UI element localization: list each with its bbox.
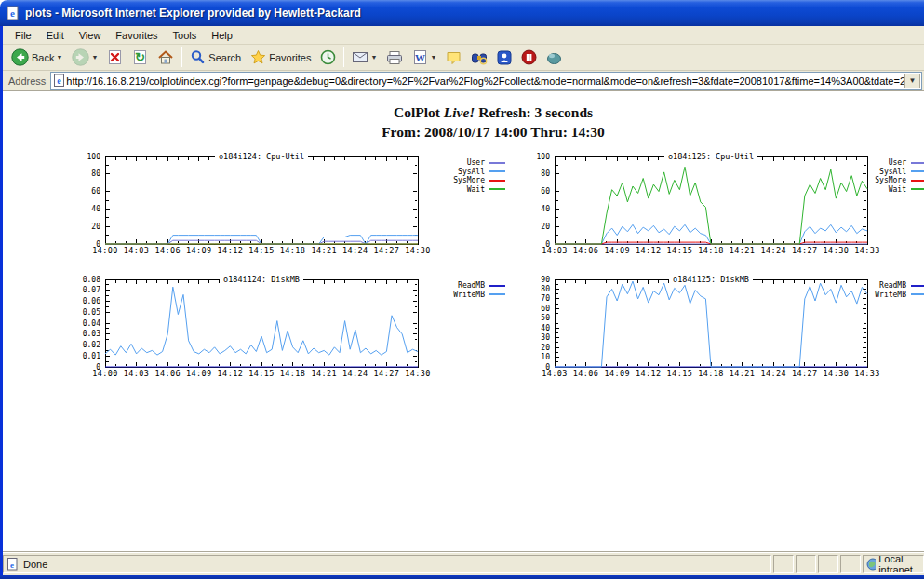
menu-file[interactable]: File: [8, 28, 38, 43]
search-label: Search: [208, 52, 241, 63]
discuss-button[interactable]: [441, 46, 466, 69]
back-label: Back: [32, 52, 54, 63]
legend-item: ReadMB: [423, 281, 505, 291]
research-button[interactable]: [466, 46, 492, 69]
svg-text:60: 60: [541, 187, 550, 196]
legend-line-swatch: [911, 188, 924, 190]
refresh-button[interactable]: ↻: [127, 46, 153, 69]
forward-icon: [72, 48, 89, 66]
status-empty-pane: [796, 555, 816, 573]
svg-text:14:30: 14:30: [405, 369, 431, 378]
svg-text:14:12: 14:12: [636, 369, 662, 378]
legend-label: ReadMB: [879, 281, 906, 290]
chart-cpu-util-o184i125: 02040608010014:0314:0614:0914:1214:1514:…: [512, 145, 884, 261]
page-favicon: e: [53, 74, 66, 88]
pause-icon: [521, 49, 537, 65]
word-edit-icon: W: [412, 49, 428, 65]
favorites-button[interactable]: Favorites: [246, 46, 315, 69]
svg-text:14:12: 14:12: [218, 246, 244, 255]
svg-text:e: e: [58, 75, 62, 86]
svg-text:14:24: 14:24: [342, 246, 368, 255]
legend-item: Wait: [423, 185, 505, 195]
svg-text:30: 30: [541, 333, 550, 342]
status-empty-pane: [773, 555, 794, 573]
svg-text:14:09: 14:09: [604, 369, 630, 378]
title-bar[interactable]: e plots - Microsoft Internet Explorer pr…: [0, 0, 924, 26]
legend-cpu-o184i125: UserSysAllSysMoreWait: [845, 158, 924, 194]
forward-button[interactable]: ▼: [67, 46, 102, 69]
svg-text:80: 80: [91, 169, 100, 178]
legend-line-swatch: [911, 285, 924, 287]
legend-label: SysAll: [458, 168, 485, 176]
legend-label: SysMore: [875, 176, 906, 184]
zone-label: Local intranet: [878, 555, 923, 573]
edit-dropdown-icon[interactable]: ▼: [430, 54, 436, 61]
history-button[interactable]: [315, 46, 341, 69]
svg-text:o184i124: DiskMB: o184i124: DiskMB: [223, 275, 300, 284]
svg-text:14:18: 14:18: [280, 246, 306, 255]
edit-with-word-button[interactable]: W ▼: [408, 46, 441, 69]
back-dropdown-icon[interactable]: ▼: [56, 54, 62, 61]
svg-text:0.08: 0.08: [83, 276, 100, 284]
legend-item: ReadMB: [845, 281, 924, 291]
mail-button[interactable]: ▼: [347, 46, 382, 69]
svg-text:14:15: 14:15: [667, 369, 693, 378]
hp-support-icon: [546, 50, 562, 65]
svg-text:14:27: 14:27: [374, 246, 400, 255]
address-bar: Address e http://16.16.8.219/colplot/ind…: [3, 71, 924, 91]
legend-line-swatch: [489, 162, 505, 164]
status-bar: e Done Local intranet: [0, 552, 924, 575]
address-label: Address: [8, 75, 46, 87]
legend-item: Wait: [845, 185, 924, 195]
search-button[interactable]: Search: [185, 46, 246, 69]
svg-text:o184i125: Cpu-Util: o184i125: Cpu-Util: [668, 152, 754, 161]
history-icon: [320, 49, 336, 65]
research-binoculars-icon: [471, 50, 488, 65]
address-dropdown-button[interactable]: ▼: [904, 74, 920, 88]
svg-text:14:18: 14:18: [280, 369, 306, 378]
legend-item: SysAll: [845, 168, 924, 177]
mail-icon: [352, 50, 368, 64]
svg-text:20: 20: [541, 223, 550, 231]
home-button[interactable]: [153, 46, 179, 69]
legend-cpu-o184i124: UserSysAllSysMoreWait: [423, 158, 505, 194]
messenger-button[interactable]: [492, 46, 516, 69]
svg-text:14:09: 14:09: [604, 246, 630, 255]
heading-app: ColPlot: [394, 104, 440, 120]
stop-button[interactable]: [102, 46, 127, 69]
svg-text:14:12: 14:12: [218, 369, 244, 378]
back-button[interactable]: Back ▼: [7, 46, 67, 69]
favorites-star-icon: [250, 49, 266, 65]
svg-text:14:06: 14:06: [154, 369, 181, 378]
svg-text:0.07: 0.07: [83, 286, 100, 294]
svg-text:0.01: 0.01: [83, 352, 100, 360]
address-input[interactable]: e http://16.16.8.219/colplot/index.cgi?f…: [50, 72, 922, 90]
forward-dropdown-icon[interactable]: ▼: [91, 54, 98, 61]
svg-text:20: 20: [541, 344, 550, 352]
menu-help[interactable]: Help: [205, 28, 239, 43]
svg-text:0.04: 0.04: [83, 319, 100, 328]
menu-favorites[interactable]: Favorites: [109, 28, 164, 43]
svg-text:↻: ↻: [135, 50, 145, 64]
legend-line-swatch: [489, 170, 505, 172]
menu-tools[interactable]: Tools: [167, 28, 204, 43]
heading-live: Live!: [444, 104, 475, 120]
svg-text:20: 20: [91, 223, 100, 231]
chart-cpu-util-o184i124: 02040608010014:0014:0314:0614:0914:1214:…: [62, 145, 435, 261]
legend-line-swatch: [911, 170, 924, 172]
legend-line-swatch: [911, 162, 924, 164]
svg-text:60: 60: [541, 305, 550, 313]
svg-text:14:27: 14:27: [374, 369, 400, 378]
svg-text:0.03: 0.03: [83, 330, 100, 338]
print-button[interactable]: [382, 46, 408, 69]
menu-edit[interactable]: Edit: [40, 28, 71, 43]
svg-text:14:30: 14:30: [824, 369, 850, 378]
mail-dropdown-icon[interactable]: ▼: [370, 54, 377, 61]
realplayer-button[interactable]: [516, 46, 542, 69]
status-page-icon: e: [7, 558, 19, 571]
heading-refresh: Refresh: 3 seconds: [475, 104, 593, 120]
hp-support-button[interactable]: [542, 46, 567, 69]
menu-view[interactable]: View: [73, 28, 108, 43]
svg-text:50: 50: [541, 314, 550, 322]
svg-text:14:21: 14:21: [730, 246, 756, 255]
